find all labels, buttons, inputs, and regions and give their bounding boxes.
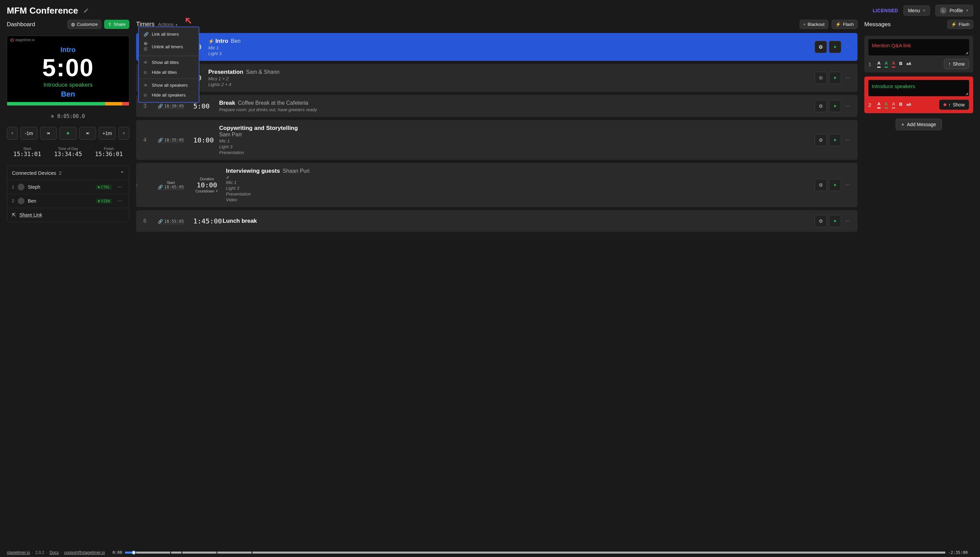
gear-button[interactable]: ⚙ bbox=[815, 134, 827, 146]
svg-point-0 bbox=[820, 77, 822, 78]
timer-start[interactable]: 🔗18:35:05 bbox=[158, 138, 184, 143]
show-button[interactable]: ↑ Show bbox=[944, 59, 969, 69]
format-white[interactable]: A bbox=[877, 60, 880, 68]
flash-button[interactable]: ⚡ Flash bbox=[831, 20, 858, 29]
more-icon[interactable]: ⋯ bbox=[843, 103, 852, 109]
timer-start[interactable]: 🔗18:45:05 bbox=[158, 185, 184, 190]
add-message-button[interactable]: + Add Message bbox=[896, 119, 942, 130]
eye-off-icon: ⊘ bbox=[144, 70, 149, 75]
link-icon: 🔗 bbox=[158, 138, 163, 142]
customize-button[interactable]: ◍ Customize bbox=[67, 20, 101, 29]
gear-button[interactable] bbox=[815, 72, 827, 84]
profile-button[interactable]: L Profile ▼ bbox=[936, 5, 973, 16]
timer-row[interactable]: ≡ 5 Start 🔗18:45:05 Duration 10:00 Count… bbox=[136, 163, 858, 207]
tod-value: 13:34:45 bbox=[54, 151, 82, 158]
minus-1m-button[interactable]: -1m bbox=[20, 127, 38, 140]
play-button[interactable] bbox=[60, 127, 77, 140]
more-icon[interactable]: ⋯ bbox=[843, 137, 852, 143]
palette-icon: ◍ bbox=[71, 22, 75, 27]
arrow-up-icon: ↑ bbox=[948, 61, 951, 67]
licensed-label: LICENSED bbox=[873, 8, 898, 13]
more-icon[interactable]: ⋯ bbox=[843, 75, 852, 81]
more-icon[interactable]: ⋯ bbox=[115, 184, 124, 190]
more-icon[interactable]: ⋯ bbox=[843, 218, 852, 224]
edit-icon[interactable] bbox=[226, 175, 809, 179]
timer-start[interactable]: 🔗18:55:05 bbox=[158, 219, 184, 224]
plus-dropdown[interactable]: ▼ bbox=[118, 127, 129, 140]
message-textarea[interactable]: Introduce speakers ◢ bbox=[868, 80, 969, 96]
share-icon: ⇪ bbox=[108, 22, 112, 27]
message-textarea[interactable]: Mention Q&A link ◢ bbox=[868, 39, 969, 55]
link-icon: 🔗 bbox=[158, 185, 163, 189]
device-row: 2 Ben VIEW ⋯ bbox=[7, 194, 129, 208]
messages-title: Messages bbox=[864, 21, 890, 28]
more-icon[interactable]: ⋯ bbox=[843, 182, 852, 188]
timer-row[interactable]: 5:00 ⚡ Intro Ben Mic 1 Light 3 ⋯ bbox=[136, 33, 858, 61]
page-title: MFM Conference bbox=[7, 5, 78, 16]
more-icon[interactable]: ⋯ bbox=[843, 44, 852, 50]
dd-hide-speakers[interactable]: ⊘Hide all speakers bbox=[139, 90, 199, 100]
minus-dropdown[interactable]: ▼ bbox=[7, 127, 18, 140]
dd-link-all[interactable]: 🔗Link all timers bbox=[139, 29, 199, 39]
plus-1m-button[interactable]: +1m bbox=[99, 127, 116, 140]
drag-handle-icon[interactable]: ≡ bbox=[136, 182, 137, 188]
brand-link[interactable]: stagetimer.io bbox=[7, 550, 30, 555]
next-button[interactable] bbox=[79, 127, 96, 140]
play-button[interactable] bbox=[829, 72, 841, 84]
show-button[interactable]: ↑ Show bbox=[939, 99, 969, 110]
edit-title-icon[interactable] bbox=[83, 8, 89, 13]
share-button[interactable]: ⇪ Share bbox=[104, 20, 129, 29]
support-link[interactable]: support@stagetimer.io bbox=[64, 550, 105, 555]
gear-button[interactable]: ⚙ bbox=[815, 100, 827, 112]
devices-header[interactable]: Connected Devices 2 ⌃ bbox=[7, 166, 129, 180]
play-button[interactable] bbox=[829, 41, 841, 53]
docs-link[interactable]: Docs bbox=[49, 550, 59, 555]
timer-row[interactable]: 3 🔗18:30:05 5:00 Break Coffee Break at t… bbox=[136, 95, 858, 117]
gear-button[interactable] bbox=[815, 41, 827, 53]
avatar: L bbox=[940, 7, 947, 14]
menu-button[interactable]: Menu ▼ bbox=[903, 5, 930, 16]
timer-preview: stagetimer.io Intro 5:00 Introduce speak… bbox=[7, 36, 129, 106]
timeline-playhead[interactable] bbox=[132, 550, 136, 555]
dd-show-speakers[interactable]: 👁Show all speakers bbox=[139, 80, 199, 90]
device-row: 1 Steph CTRL ⋯ bbox=[7, 180, 129, 194]
link-icon: 🔗 bbox=[158, 104, 163, 109]
avatar-icon bbox=[18, 184, 24, 191]
timer-row[interactable]: 10:00 Presentation Sam & Shann Mics 1 + … bbox=[136, 64, 858, 92]
format-bold[interactable]: B bbox=[899, 102, 902, 108]
play-button[interactable] bbox=[829, 179, 841, 191]
timer-row[interactable]: 6 🔗18:55:05 1:45:00 Lunch break ⚙ ⋯ bbox=[136, 210, 858, 232]
play-button[interactable] bbox=[829, 215, 841, 227]
timeline-track[interactable] bbox=[125, 552, 945, 554]
flash-button[interactable]: ⚡ Flash bbox=[947, 20, 973, 29]
dd-unlink-all[interactable]: �留Unlink all timers bbox=[139, 39, 199, 54]
resize-icon[interactable]: ◢ bbox=[965, 50, 968, 54]
format-white[interactable]: A bbox=[877, 101, 880, 109]
more-icon[interactable]: ⋯ bbox=[115, 198, 124, 204]
flash-icon: ⚡ bbox=[835, 22, 841, 27]
flash-icon: ⚡ bbox=[208, 38, 214, 44]
prev-button[interactable] bbox=[40, 127, 57, 140]
format-green[interactable]: A bbox=[885, 101, 888, 109]
countdown-dropdown[interactable]: Countdown ▼ bbox=[195, 189, 219, 193]
format-caps[interactable]: aA bbox=[906, 62, 911, 67]
preview-time: 5:00 bbox=[42, 54, 94, 81]
dd-show-titles[interactable]: 👁Show all titles bbox=[139, 57, 199, 67]
blackout-button[interactable]: Blackout bbox=[800, 20, 828, 29]
format-green[interactable]: A bbox=[885, 60, 888, 68]
gear-button[interactable]: ⚙ bbox=[815, 179, 827, 191]
link-icon: 🔗 bbox=[158, 219, 163, 224]
status-dot-icon bbox=[944, 103, 946, 106]
play-button[interactable] bbox=[829, 134, 841, 146]
share-link-button[interactable]: ⇱ Share Link bbox=[7, 208, 129, 222]
dd-hide-titles[interactable]: ⊘Hide all titles bbox=[139, 67, 199, 77]
format-caps[interactable]: aA bbox=[906, 103, 911, 107]
play-button[interactable] bbox=[829, 100, 841, 112]
format-bold[interactable]: B bbox=[899, 61, 902, 67]
gear-button[interactable]: ⚙ bbox=[815, 215, 827, 227]
resize-icon[interactable]: ◢ bbox=[965, 91, 968, 95]
timer-row[interactable]: 4 🔗18:35:05 10:00 Copywriting and Storyt… bbox=[136, 120, 858, 160]
timer-start[interactable]: 🔗18:30:05 bbox=[158, 104, 184, 109]
format-red[interactable]: A bbox=[892, 101, 895, 109]
format-red[interactable]: A bbox=[892, 60, 895, 68]
